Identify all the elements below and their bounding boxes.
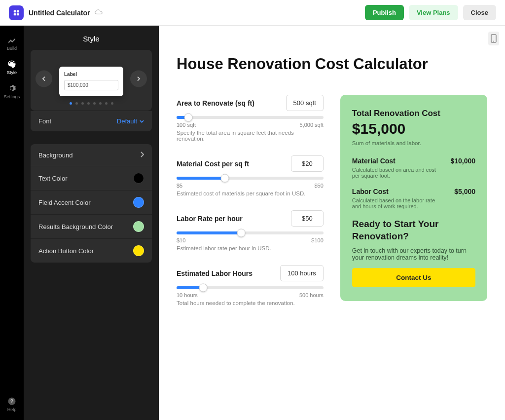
slider-max: 500 hours xyxy=(299,292,324,298)
option-background[interactable]: Background xyxy=(31,144,152,166)
field-help: Total hours needed to complete the renov… xyxy=(177,300,324,306)
result-desc: Calculated based on area and cost per sq… xyxy=(352,167,441,179)
chevron-right-icon xyxy=(140,151,144,159)
cloud-icon xyxy=(95,8,103,17)
slider[interactable] xyxy=(177,116,324,119)
svg-rect-0 xyxy=(14,10,16,12)
field-help: Specify the total area in square feet th… xyxy=(177,130,324,142)
document-title[interactable]: Untitled Calculator xyxy=(29,9,90,17)
dot[interactable] xyxy=(111,102,113,105)
rail-style[interactable]: Style xyxy=(0,56,24,79)
result-label: Material Cost xyxy=(352,157,396,165)
slider-min: $10 xyxy=(177,237,185,243)
dot[interactable] xyxy=(70,102,72,105)
app-logo[interactable] xyxy=(9,5,24,20)
rail-settings[interactable]: Settings xyxy=(0,80,24,103)
slider[interactable] xyxy=(177,286,324,289)
rail-style-label: Style xyxy=(7,70,17,75)
slider-thumb[interactable] xyxy=(221,174,229,183)
swatch-field-accent[interactable] xyxy=(133,197,144,208)
field-value-box[interactable]: 100 hours xyxy=(280,265,324,281)
field-help: Estimated labor rate per hour in USD. xyxy=(177,245,324,251)
field-label: Material Cost per sq ft xyxy=(177,160,249,168)
font-value[interactable]: Default xyxy=(117,117,144,125)
calculator-title: House Renovation Cost Calculator xyxy=(177,55,487,73)
swatch-text-color[interactable] xyxy=(133,173,144,184)
swatch-results-bg[interactable] xyxy=(133,221,144,232)
field-label: Estimated Labor Hours xyxy=(177,269,252,277)
field-label: Area to Renovate (sq ft) xyxy=(177,99,254,107)
field-help: Estimated cost of materials per square f… xyxy=(177,191,324,196)
rail-build[interactable]: Build xyxy=(0,32,24,55)
canvas: House Renovation Cost Calculator Area to… xyxy=(159,26,505,420)
field-value-box[interactable]: $50 xyxy=(291,210,324,227)
publish-button[interactable]: Publish xyxy=(365,5,404,20)
field-label: Labor Rate per hour xyxy=(177,215,243,223)
slider-thumb[interactable] xyxy=(199,284,207,292)
cta-text: Get in touch with our experts today to t… xyxy=(352,247,475,261)
field-1: Material Cost per sq ft $20 $5 $50 Estim… xyxy=(177,155,324,196)
option-action-button[interactable]: Action Button Color xyxy=(31,239,152,263)
contact-us-button[interactable]: Contact Us xyxy=(352,268,475,287)
results-total: $15,000 xyxy=(352,120,475,137)
results-heading: Total Renovation Cost xyxy=(352,109,475,118)
preview-prev[interactable] xyxy=(36,70,52,87)
dot[interactable] xyxy=(87,102,90,105)
swatch-action-button[interactable] xyxy=(133,245,144,256)
result-row: Labor Cost $5,000 xyxy=(352,188,475,195)
carousel-dots xyxy=(31,102,152,105)
field-0: Area to Renovate (sq ft) 500 sqft 100 sq… xyxy=(177,95,324,142)
dot[interactable] xyxy=(99,102,102,105)
slider-max: $50 xyxy=(314,183,323,189)
dot[interactable] xyxy=(93,102,96,105)
rail-help[interactable]: ? Help xyxy=(0,393,24,416)
slider[interactable] xyxy=(177,231,324,234)
preview-sample: Label xyxy=(59,67,123,96)
results-subtitle: Sum of materials and labor. xyxy=(352,140,475,146)
svg-rect-2 xyxy=(14,13,16,15)
result-value: $10,000 xyxy=(450,157,475,165)
results-panel: Total Renovation Cost $15,000 Sum of mat… xyxy=(340,95,487,301)
slider-min: 100 sqft xyxy=(177,122,196,128)
slider-max: 5,000 sqft xyxy=(300,122,324,128)
font-label: Font xyxy=(38,117,51,125)
preview-input xyxy=(64,80,118,90)
field-2: Labor Rate per hour $50 $10 $100 Estimat… xyxy=(177,210,324,251)
top-bar: Untitled Calculator Publish View Plans C… xyxy=(0,0,505,26)
svg-rect-1 xyxy=(17,10,19,12)
field-value-box[interactable]: 500 sqft xyxy=(286,95,324,111)
dot[interactable] xyxy=(105,102,108,105)
svg-text:?: ? xyxy=(10,398,13,404)
option-results-bg[interactable]: Results Background Color xyxy=(31,215,152,239)
slider-thumb[interactable] xyxy=(184,114,192,122)
svg-point-7 xyxy=(493,41,494,42)
svg-rect-3 xyxy=(17,13,19,15)
panel-title: Style xyxy=(24,26,159,50)
mobile-icon xyxy=(491,34,497,43)
style-panel: Style Label Font Default xyxy=(24,26,159,420)
field-value-box[interactable]: $20 xyxy=(291,155,324,172)
slider-min: 10 hours xyxy=(177,292,198,298)
chevron-down-icon xyxy=(140,120,144,123)
rail-build-label: Build xyxy=(7,46,17,51)
view-plans-button[interactable]: View Plans xyxy=(409,5,458,20)
preview-label: Label xyxy=(64,72,118,77)
dot[interactable] xyxy=(81,102,84,105)
theme-preview: Label xyxy=(31,50,152,111)
option-field-accent[interactable]: Field Accent Color xyxy=(31,191,152,215)
preview-next[interactable] xyxy=(130,70,147,87)
option-text-color[interactable]: Text Color xyxy=(31,166,152,191)
icon-rail: Build Style Settings ? Help xyxy=(0,26,24,420)
slider[interactable] xyxy=(177,177,324,180)
cta-heading: Ready to Start Your Renovation? xyxy=(352,218,475,242)
slider-thumb[interactable] xyxy=(237,229,246,237)
field-3: Estimated Labor Hours 100 hours 10 hours… xyxy=(177,265,324,306)
color-options: Background Text Color Field Accent Color… xyxy=(31,144,152,263)
dot[interactable] xyxy=(75,102,78,105)
form-column: Area to Renovate (sq ft) 500 sqft 100 sq… xyxy=(177,95,324,320)
rail-help-label: Help xyxy=(7,407,17,412)
result-desc: Calculated based on the labor rate and h… xyxy=(352,197,441,209)
font-selector[interactable]: Font Default xyxy=(31,111,152,131)
device-toggle[interactable] xyxy=(488,32,499,45)
close-button[interactable]: Close xyxy=(463,5,496,20)
